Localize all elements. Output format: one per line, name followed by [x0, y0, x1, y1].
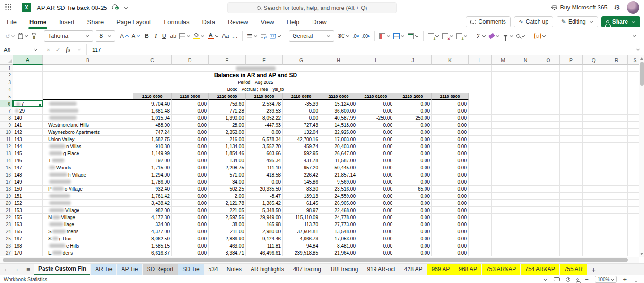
cell-K17[interactable]: 0.00: [432, 178, 469, 186]
cell-D21[interactable]: 0.00: [172, 207, 209, 214]
cell[interactable]: [560, 157, 583, 164]
header-code-cell[interactable]: 2110-0000: [246, 93, 283, 100]
cell[interactable]: [492, 79, 514, 86]
cell-H13[interactable]: 26,647.00: [320, 150, 357, 157]
table-styles-button[interactable]: [406, 30, 420, 42]
cell-H26[interactable]: 8,481.00: [320, 242, 357, 249]
cell-B21[interactable]: Village: [43, 207, 133, 214]
cell-E10[interactable]: 2,252.00: [209, 129, 246, 136]
excel-logo-icon[interactable]: X: [22, 3, 31, 12]
row-header-27[interactable]: 27: [0, 249, 13, 256]
borders-button[interactable]: [178, 30, 192, 42]
cell[interactable]: [605, 157, 628, 164]
cell-H27[interactable]: 21,964.00: [320, 249, 357, 256]
cell-K19[interactable]: 0.00: [432, 193, 469, 200]
cell[interactable]: [537, 171, 560, 178]
cell-J6[interactable]: 0.00: [394, 100, 432, 107]
cell[interactable]: [605, 129, 628, 136]
cell-E21[interactable]: 221.05: [209, 207, 246, 214]
cell-H9[interactable]: 14,518.00: [320, 122, 357, 129]
cell-J27[interactable]: 0.00: [394, 249, 432, 256]
bold-button[interactable]: B: [142, 30, 151, 42]
cell[interactable]: [537, 72, 560, 79]
cell-B18[interactable]: Po Village: [43, 186, 133, 193]
cell-F18[interactable]: 20,335.50: [246, 186, 283, 193]
cell[interactable]: [469, 65, 492, 72]
app-launcher-icon[interactable]: [5, 3, 11, 12]
cell[interactable]: [469, 193, 492, 200]
cell[interactable]: [13, 86, 43, 93]
cell[interactable]: [537, 93, 560, 100]
cell[interactable]: [583, 186, 605, 193]
cell-E8[interactable]: 1,390.00: [209, 115, 246, 122]
underline-button[interactable]: U: [160, 30, 168, 42]
cell-F13[interactable]: 603.66: [246, 150, 283, 157]
cell-G27[interactable]: 239,518.85: [283, 249, 320, 256]
column-header-G[interactable]: G: [283, 55, 320, 65]
cell-I21[interactable]: 0.00: [357, 207, 394, 214]
column-header-S[interactable]: S: [628, 55, 639, 65]
cell[interactable]: [13, 65, 43, 72]
column-header-P[interactable]: P: [560, 55, 583, 65]
cell[interactable]: [514, 171, 537, 178]
cell[interactable]: [628, 79, 639, 86]
cell-F20[interactable]: 1,385.42: [246, 200, 283, 207]
cell-A13[interactable]: 145: [13, 150, 43, 157]
buy-microsoft-365-button[interactable]: Buy Microsoft 365: [551, 4, 608, 11]
cell[interactable]: [537, 79, 560, 86]
cell-G19[interactable]: 139.13: [283, 193, 320, 200]
cell-J9[interactable]: 0.00: [394, 122, 432, 129]
cell[interactable]: [583, 122, 605, 129]
cell[interactable]: [628, 242, 639, 249]
cell-C22[interactable]: 4,172.30: [133, 214, 172, 221]
align-button[interactable]: ☰: [245, 30, 259, 42]
cell-merged-title-row-4[interactable]: Book = Accrual ; Tree = ysi_tb: [43, 86, 469, 93]
cell-D14[interactable]: 0.00: [172, 157, 209, 164]
cell[interactable]: [628, 72, 639, 79]
cell[interactable]: [469, 129, 492, 136]
merge-cells-button[interactable]: [268, 30, 283, 42]
cell[interactable]: [628, 86, 639, 93]
cell-D24[interactable]: 0.00: [172, 228, 209, 235]
cell-A19[interactable]: 151: [13, 193, 43, 200]
cell-E11[interactable]: 216.00: [209, 136, 246, 143]
cell[interactable]: [514, 150, 537, 157]
cell-D7[interactable]: 0.00: [172, 107, 209, 115]
paste-button[interactable]: [17, 30, 30, 42]
cell-B10[interactable]: Waynesboro Apartments: [43, 129, 133, 136]
header-code-cell[interactable]: 2210-01000: [357, 93, 394, 100]
cell-B13[interactable]: g Place: [43, 150, 133, 157]
cell-J12[interactable]: 0.00: [394, 143, 432, 150]
cell-I6[interactable]: 0.00: [357, 100, 394, 107]
cell-A6[interactable]: 7: [13, 100, 43, 107]
cell[interactable]: [514, 93, 537, 100]
cell-B15[interactable]: Woods: [43, 164, 133, 171]
cell[interactable]: [492, 164, 514, 171]
sheet-tab[interactable]: SD Report: [143, 264, 178, 275]
name-box[interactable]: A6: [0, 44, 42, 55]
cell-H8[interactable]: 40,587.99: [320, 115, 357, 122]
cell[interactable]: [514, 221, 537, 228]
cell[interactable]: [605, 249, 628, 256]
cell[interactable]: [514, 107, 537, 115]
menu-review[interactable]: Review: [228, 18, 248, 26]
cell[interactable]: [583, 193, 605, 200]
cell-F19[interactable]: -8.47: [246, 193, 283, 200]
cell-G18[interactable]: 83.30: [283, 186, 320, 193]
cell-K7[interactable]: 0.00: [432, 107, 469, 115]
cell-H14[interactable]: 11,587.00: [320, 157, 357, 164]
cell-D27[interactable]: 0.00: [172, 249, 209, 256]
cell-K8[interactable]: 0.00: [432, 115, 469, 122]
cell-C21[interactable]: 982.00: [133, 207, 172, 214]
cell-A16[interactable]: 148: [13, 171, 43, 178]
cell-B17[interactable]: [43, 178, 133, 186]
cell-E6[interactable]: 753.60: [209, 100, 246, 107]
cell[interactable]: [492, 200, 514, 207]
cell-I9[interactable]: 0.00: [357, 122, 394, 129]
cell[interactable]: [469, 107, 492, 115]
cell-J19[interactable]: 0.00: [394, 193, 432, 200]
cell-F16[interactable]: 418.58: [246, 171, 283, 178]
format-as-table-button[interactable]: [392, 30, 406, 42]
cell-D17[interactable]: 0.00: [172, 178, 209, 186]
menu-file[interactable]: File: [7, 18, 17, 26]
